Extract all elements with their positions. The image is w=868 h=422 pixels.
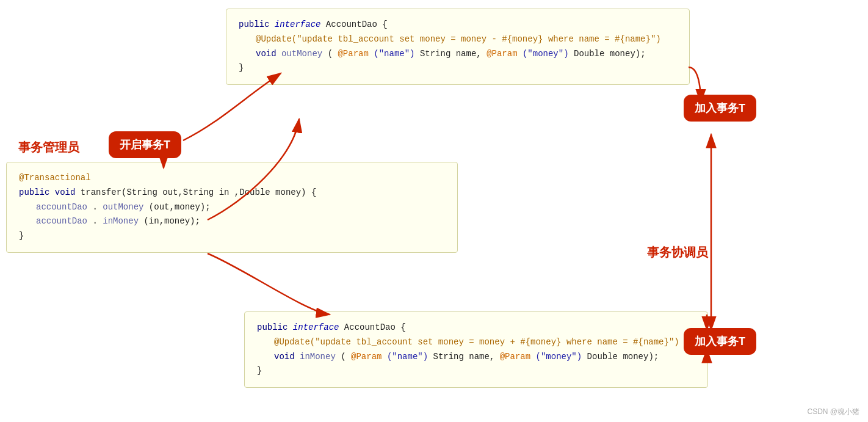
top-line1: public interface AccountDao { bbox=[239, 18, 677, 32]
bottom-line1: public interface AccountDao { bbox=[257, 321, 695, 335]
top-line4: } bbox=[239, 61, 677, 76]
middle-line2: public void transfer(String out,String i… bbox=[19, 186, 445, 200]
middle-line4: accountDao . inMoney (in,money); bbox=[36, 214, 445, 229]
top-line2: @Update("update tbl_account set money = … bbox=[256, 32, 677, 47]
middle-line1: @Transactional bbox=[19, 171, 445, 186]
tx-coordinator-label: 事务协调员 bbox=[647, 244, 708, 261]
middle-line3: accountDao . outMoney (out,money); bbox=[36, 200, 445, 215]
bottom-line4: } bbox=[257, 364, 695, 379]
top-line3: void outMoney ( @Param ("name") String n… bbox=[256, 47, 677, 62]
open-tx-label: 开启事务T bbox=[109, 131, 181, 158]
middle-code-box: @Transactional public void transfer(Stri… bbox=[6, 162, 458, 253]
bottom-code-box: public interface AccountDao { @Update("u… bbox=[244, 311, 708, 388]
tx-manager-label: 事务管理员 bbox=[18, 139, 79, 156]
watermark: CSDN @魂小猪 bbox=[807, 407, 859, 417]
join-tx2-label: 加入事务T bbox=[684, 328, 756, 355]
top-code-box: public interface AccountDao { @Update("u… bbox=[226, 9, 690, 85]
bottom-line2: @Update("update tbl_account set money = … bbox=[274, 335, 695, 350]
join-tx1-label: 加入事务T bbox=[684, 95, 756, 122]
bottom-line3: void inMoney ( @Param ("name") String na… bbox=[274, 350, 695, 365]
middle-line5: } bbox=[19, 229, 445, 244]
